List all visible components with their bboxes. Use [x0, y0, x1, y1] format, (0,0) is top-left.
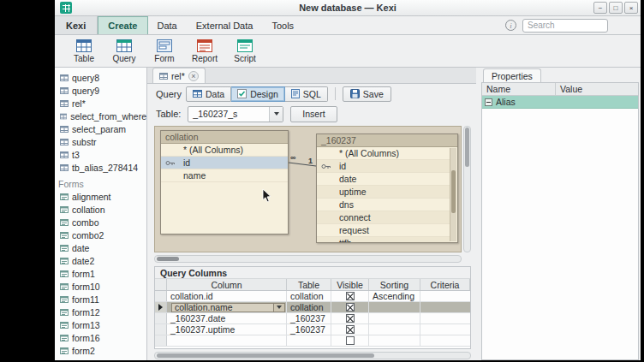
- cell-visible[interactable]: [331, 313, 369, 323]
- field-row[interactable]: date: [317, 173, 450, 186]
- cell-sorting[interactable]: [369, 313, 420, 323]
- cell-visible[interactable]: [331, 324, 369, 335]
- tab-external-data[interactable]: External Data: [187, 16, 263, 34]
- document-tab-rel[interactable]: rel* ×: [152, 68, 206, 83]
- navigator-form-item[interactable]: form13: [55, 318, 146, 331]
- navigator-query-item[interactable]: query8: [55, 71, 146, 84]
- canvas-vertical-scrollbar[interactable]: [463, 126, 471, 252]
- sql-view-button[interactable]: SQL: [285, 86, 328, 102]
- design-view-button[interactable]: Design: [231, 86, 285, 102]
- navigator-form-item[interactable]: form1: [55, 267, 146, 280]
- field-row-all-columns[interactable]: * (All Columns): [317, 147, 450, 160]
- navigator-form-item[interactable]: date: [55, 241, 146, 254]
- row-selector[interactable]: [155, 324, 167, 335]
- grid-row-current[interactable]: collation.name collation: [155, 302, 470, 313]
- field-row[interactable]: connect: [317, 211, 450, 224]
- collapse-icon[interactable]: [485, 98, 492, 106]
- insert-button[interactable]: Insert: [290, 106, 337, 122]
- navigator-form-item[interactable]: form2: [55, 344, 146, 357]
- cell-criteria[interactable]: [420, 302, 470, 312]
- cell-visible[interactable]: [331, 291, 369, 301]
- row-selector[interactable]: [155, 313, 167, 323]
- tab-properties[interactable]: Properties: [483, 68, 541, 82]
- cell-table[interactable]: _160237: [287, 313, 331, 323]
- minimize-button[interactable]: −: [593, 2, 607, 14]
- navigator-form-item[interactable]: form11: [55, 293, 146, 306]
- grid-row-empty[interactable]: [155, 335, 470, 347]
- visible-checkbox[interactable]: [346, 314, 355, 323]
- navigator-form-item[interactable]: date2: [55, 254, 146, 267]
- cell-visible[interactable]: [331, 302, 369, 312]
- grid-row[interactable]: _160237.uptime _160237: [155, 324, 470, 335]
- navigator-query-item[interactable]: select_param: [55, 122, 146, 135]
- field-row-id[interactable]: id: [317, 160, 450, 173]
- grid-row[interactable]: collation.id collation Ascending: [155, 291, 470, 302]
- cell-sorting[interactable]: [369, 324, 420, 335]
- save-button[interactable]: Save: [343, 86, 391, 102]
- create-table-button[interactable]: Table: [67, 37, 101, 66]
- create-report-button[interactable]: Report: [188, 37, 222, 66]
- table-box-scrollbar[interactable]: [450, 148, 456, 241]
- cell-column[interactable]: collation.name: [167, 302, 287, 312]
- canvas-horizontal-scrollbar[interactable]: [154, 255, 462, 263]
- kexi-menu-button[interactable]: Kexi: [55, 16, 98, 34]
- visible-checkbox[interactable]: [346, 303, 355, 312]
- navigator-query-item[interactable]: tb_alias_278414: [55, 161, 146, 174]
- tab-data[interactable]: Data: [148, 16, 187, 34]
- grid-row[interactable]: _160237.date _160237: [155, 313, 470, 324]
- info-icon[interactable]: i: [505, 20, 516, 31]
- data-view-button[interactable]: Data: [186, 86, 231, 102]
- navigator-query-item[interactable]: substr: [55, 135, 146, 148]
- cell-sorting[interactable]: [369, 302, 420, 312]
- cell-table[interactable]: _160237: [287, 324, 331, 335]
- combobox-dropdown-button[interactable]: [269, 107, 283, 122]
- navigator-form-item[interactable]: collation: [55, 203, 146, 216]
- row-selector[interactable]: [155, 335, 167, 346]
- scrollbar-thumb[interactable]: [157, 353, 374, 358]
- create-form-button[interactable]: Form: [147, 37, 182, 66]
- editor-horizontal-scrollbar[interactable]: [154, 352, 471, 359]
- navigator-query-item[interactable]: select_from_where: [55, 110, 146, 122]
- cell-column[interactable]: collation.id: [167, 291, 287, 301]
- navigator-form-item[interactable]: form10: [55, 280, 146, 293]
- search-input[interactable]: [522, 19, 608, 33]
- navigator-query-item[interactable]: rel*: [55, 97, 146, 110]
- relations-canvas[interactable]: collation * (All Columns) id name: [154, 126, 462, 252]
- close-tab-icon[interactable]: ×: [188, 71, 199, 81]
- cell-table[interactable]: [287, 335, 331, 346]
- navigator-query-item[interactable]: t3: [55, 148, 146, 161]
- table-box-header[interactable]: _160237: [317, 134, 457, 147]
- navigator-form-item[interactable]: form12: [55, 306, 146, 318]
- visible-checkbox[interactable]: [346, 336, 355, 345]
- navigator-form-item[interactable]: form16: [55, 331, 146, 344]
- field-row[interactable]: name: [161, 169, 288, 182]
- navigator-form-item[interactable]: combo2: [55, 228, 146, 241]
- property-row-alias[interactable]: Alias: [482, 96, 638, 109]
- cell-column[interactable]: _160237.date: [167, 313, 287, 323]
- cell-sorting[interactable]: Ascending: [369, 291, 420, 301]
- table-box-header[interactable]: collation: [161, 131, 288, 144]
- row-selector[interactable]: [155, 302, 167, 312]
- table-box-160237[interactable]: _160237 * (All Columns) id date upt: [316, 134, 458, 243]
- row-selector[interactable]: [155, 291, 167, 301]
- field-row[interactable]: request: [317, 224, 450, 237]
- navigator-query-item[interactable]: query9: [55, 84, 146, 97]
- combobox-dropdown-button[interactable]: [273, 304, 284, 312]
- close-button[interactable]: ×: [624, 2, 638, 14]
- navigator-form-item[interactable]: form3: [55, 357, 146, 360]
- tab-tools[interactable]: Tools: [262, 16, 303, 34]
- tab-create[interactable]: Create: [98, 16, 147, 34]
- field-row[interactable]: ttfb: [317, 237, 450, 243]
- cell-criteria[interactable]: [420, 324, 470, 335]
- column-combobox[interactable]: collation.name: [171, 303, 285, 312]
- navigator-form-item[interactable]: combo: [55, 216, 146, 228]
- scrollbar-thumb[interactable]: [157, 257, 179, 261]
- visible-checkbox[interactable]: [346, 292, 355, 300]
- field-row[interactable]: dns: [317, 199, 450, 211]
- cell-column[interactable]: _160237.uptime: [167, 324, 287, 335]
- field-row-id[interactable]: id: [161, 157, 288, 169]
- cell-criteria[interactable]: [420, 313, 470, 323]
- navigator-form-item[interactable]: alignment: [55, 190, 146, 203]
- table-combobox[interactable]: _160237_s: [188, 106, 283, 122]
- cell-table[interactable]: collation: [287, 302, 331, 312]
